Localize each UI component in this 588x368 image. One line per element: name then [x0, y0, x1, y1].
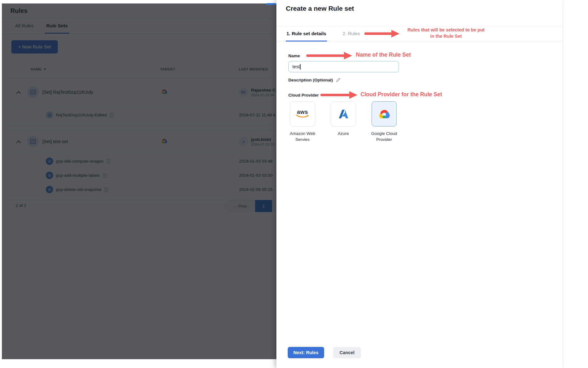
- cloud-provider-options: aws Amazon Web Servies Azure: [282, 101, 405, 142]
- name-input-value: test: [292, 64, 300, 69]
- annotation-name-note: Name of the Rule Set: [356, 52, 411, 58]
- text-caret: [300, 64, 301, 70]
- description-label: Description (Optional): [288, 78, 333, 82]
- name-input[interactable]: test: [288, 61, 399, 72]
- aws-icon: aws: [296, 109, 309, 118]
- annotation-provider-note: Cloud Provider for the Rule Set: [361, 91, 442, 98]
- modal-overlay[interactable]: [2, 3, 276, 359]
- annotation-arrowhead: [344, 52, 352, 59]
- new-rule-button-fragment: [266, 3, 276, 5]
- annotation-arrow: [306, 54, 345, 57]
- annotation-steps-note: Rules that will be selected to be put in…: [402, 27, 490, 39]
- drawer-footer: Next: Rules Cancel: [276, 346, 562, 360]
- cancel-button[interactable]: Cancel: [333, 347, 361, 358]
- azure-icon: [337, 108, 350, 120]
- name-label: Name: [288, 53, 300, 58]
- drawer-title: Create a new Rule set: [286, 5, 354, 12]
- annotation-arrow: [364, 32, 392, 35]
- provider-azure-label: Azure: [326, 131, 361, 137]
- provider-aws[interactable]: aws Amazon Web Servies: [282, 101, 323, 142]
- step-rules[interactable]: 2. Rules: [342, 26, 361, 42]
- provider-aws-card[interactable]: aws: [290, 101, 315, 126]
- provider-azure-card[interactable]: [331, 101, 356, 126]
- provider-gcp-label: Google Cloud Provider: [367, 131, 402, 142]
- step-rule-set-details[interactable]: 1. Rule set details: [286, 26, 327, 42]
- create-rule-set-drawer: Create a new Rule set 1. Rule set detail…: [276, 0, 562, 368]
- provider-azure[interactable]: Azure: [323, 101, 364, 142]
- annotation-arrow: [320, 94, 350, 96]
- annotation-arrowhead: [349, 91, 357, 99]
- next-rules-button[interactable]: Next: Rules: [288, 347, 324, 358]
- gcp-icon: [377, 108, 391, 120]
- edit-pencil-icon[interactable]: [336, 77, 341, 82]
- cloud-provider-label: Cloud Provider: [288, 93, 319, 98]
- provider-aws-label: Amazon Web Servies: [285, 131, 320, 142]
- provider-gcp[interactable]: Google Cloud Provider: [364, 101, 405, 142]
- annotation-arrowhead: [391, 30, 400, 37]
- provider-gcp-card[interactable]: [372, 101, 397, 126]
